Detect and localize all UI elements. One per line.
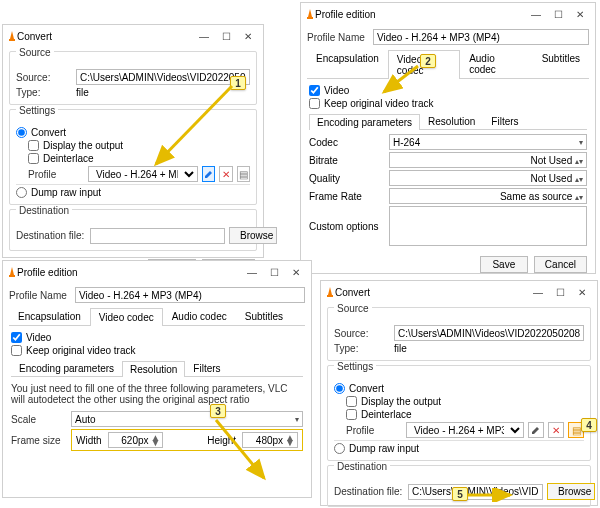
custom-options-input[interactable] xyxy=(389,206,587,246)
profile-window-encparam: Profile edition — ☐ ✕ Profile Name Encap… xyxy=(300,2,596,274)
framerate-input[interactable]: Same as source ▴▾ xyxy=(389,188,587,204)
destination-input[interactable] xyxy=(90,228,225,244)
profile-select[interactable]: Video - H.264 + MP3 (MP4) xyxy=(88,166,198,182)
source-group: Source Source: Type:file xyxy=(327,307,591,361)
source-group: Source Source: Type:file xyxy=(9,51,257,105)
tab-audio-codec[interactable]: Audio codec xyxy=(460,49,533,78)
edit-profile-icon[interactable] xyxy=(202,166,215,182)
close-button[interactable]: ✕ xyxy=(571,287,593,298)
convert-radio[interactable] xyxy=(334,383,345,394)
profile-window-resolution: Profile edition — ☐ ✕ Profile Name Encap… xyxy=(2,260,312,498)
display-output-check[interactable] xyxy=(28,140,39,151)
dump-radio[interactable] xyxy=(16,187,27,198)
source-input[interactable] xyxy=(76,69,250,85)
main-tabs: Encapsulation Video codec Audio codec Su… xyxy=(9,307,305,326)
close-button[interactable]: ✕ xyxy=(237,31,259,42)
svg-marker-0 xyxy=(10,31,14,39)
titlebar: Profile edition — ☐ ✕ xyxy=(301,3,595,25)
quality-input[interactable]: Not Used ▴▾ xyxy=(389,170,587,186)
browse-button[interactable]: Browse xyxy=(229,227,277,244)
minimize-button[interactable]: — xyxy=(241,267,263,278)
destination-group: Destination Destination file:Browse xyxy=(9,209,257,251)
vlc-cone-icon xyxy=(325,287,335,297)
svg-rect-7 xyxy=(327,295,333,297)
callout-5: 5 xyxy=(452,487,468,501)
vlc-cone-icon xyxy=(305,9,315,19)
settings-group: Settings Convert Display the output Dein… xyxy=(9,109,257,205)
callout-2: 2 xyxy=(420,54,436,68)
inner-tab-filters[interactable]: Filters xyxy=(185,360,228,376)
svg-marker-4 xyxy=(10,267,14,275)
codec-select[interactable]: H-264▾ xyxy=(389,134,587,150)
convert-radio[interactable] xyxy=(16,127,27,138)
tab-encapsulation[interactable]: Encapsulation xyxy=(9,307,90,325)
profile-name-input[interactable] xyxy=(75,287,305,303)
profile-select[interactable]: Video - H.264 + MP3 (MP4) xyxy=(406,422,524,438)
settings-group: Settings Convert Display the output Dein… xyxy=(327,365,591,461)
titlebar: Convert — ☐ ✕ xyxy=(321,281,597,303)
inner-tab-encparam[interactable]: Encoding parameters xyxy=(11,360,122,376)
keep-original-check[interactable] xyxy=(11,345,22,356)
browse-button[interactable]: Browse xyxy=(547,483,595,500)
svg-rect-1 xyxy=(9,39,15,41)
tab-video-codec[interactable]: Video codec xyxy=(90,308,163,326)
inner-tabs: Encoding parameters Resolution Filters xyxy=(11,360,303,377)
keep-original-check[interactable] xyxy=(309,98,320,109)
deinterlace-check[interactable] xyxy=(346,409,357,420)
bitrate-input[interactable]: Not Used ▴▾ xyxy=(389,152,587,168)
destination-input[interactable] xyxy=(408,484,543,500)
convert-window-1: Convert — ☐ ✕ Source Source: Type:file S… xyxy=(2,24,264,258)
tab-subtitles[interactable]: Subtitles xyxy=(533,49,589,78)
edit-profile-icon[interactable] xyxy=(528,422,544,438)
vlc-cone-icon xyxy=(7,31,17,41)
tab-audio-codec[interactable]: Audio codec xyxy=(163,307,236,325)
callout-4: 4 xyxy=(581,418,597,432)
source-input[interactable] xyxy=(394,325,584,341)
inner-tab-filters[interactable]: Filters xyxy=(483,113,526,129)
inner-tab-encparam[interactable]: Encoding parameters xyxy=(309,114,420,130)
tab-subtitles[interactable]: Subtitles xyxy=(236,307,292,325)
inner-tab-resolution[interactable]: Resolution xyxy=(420,113,483,129)
width-input[interactable]: ▲▼ xyxy=(108,432,164,448)
maximize-button[interactable]: ☐ xyxy=(215,31,237,42)
inner-tabs: Encoding parameters Resolution Filters xyxy=(309,113,587,130)
window-title: Profile edition xyxy=(17,267,241,278)
svg-rect-5 xyxy=(9,275,15,277)
minimize-button[interactable]: — xyxy=(525,9,547,20)
close-button[interactable]: ✕ xyxy=(569,9,591,20)
maximize-button[interactable]: ☐ xyxy=(547,9,569,20)
resolution-hint: You just need to fill one of the three f… xyxy=(11,381,303,409)
callout-3: 3 xyxy=(210,404,226,418)
titlebar: Profile edition — ☐ ✕ xyxy=(3,261,311,283)
main-tabs: Encapsulation Video codec Audio codec Su… xyxy=(307,49,589,79)
video-check[interactable] xyxy=(11,332,22,343)
window-title: Convert xyxy=(17,31,193,42)
callout-1: 1 xyxy=(230,76,246,90)
video-check[interactable] xyxy=(309,85,320,96)
profile-name-input[interactable] xyxy=(373,29,589,45)
delete-profile-icon[interactable]: ✕ xyxy=(548,422,564,438)
window-title: Convert xyxy=(335,287,527,298)
vlc-cone-icon xyxy=(7,267,17,277)
minimize-button[interactable]: — xyxy=(193,31,215,42)
maximize-button[interactable]: ☐ xyxy=(263,267,285,278)
display-output-check[interactable] xyxy=(346,396,357,407)
maximize-button[interactable]: ☐ xyxy=(549,287,571,298)
height-input[interactable]: ▲▼ xyxy=(242,432,298,448)
svg-marker-2 xyxy=(308,9,312,17)
scale-select[interactable]: Auto▾ xyxy=(71,411,303,427)
close-button[interactable]: ✕ xyxy=(285,267,307,278)
type-value: file xyxy=(394,343,407,354)
minimize-button[interactable]: — xyxy=(527,287,549,298)
save-button[interactable]: Save xyxy=(480,256,528,273)
window-title: Profile edition xyxy=(315,9,525,20)
delete-profile-icon[interactable]: ✕ xyxy=(219,166,232,182)
new-profile-icon[interactable]: ▤ xyxy=(237,166,250,182)
tab-encapsulation[interactable]: Encapsulation xyxy=(307,49,388,78)
svg-marker-6 xyxy=(328,287,332,295)
cancel-button[interactable]: Cancel xyxy=(534,256,587,273)
svg-rect-3 xyxy=(307,17,313,19)
deinterlace-check[interactable] xyxy=(28,153,39,164)
inner-tab-resolution[interactable]: Resolution xyxy=(122,361,185,377)
dump-radio[interactable] xyxy=(334,443,345,454)
